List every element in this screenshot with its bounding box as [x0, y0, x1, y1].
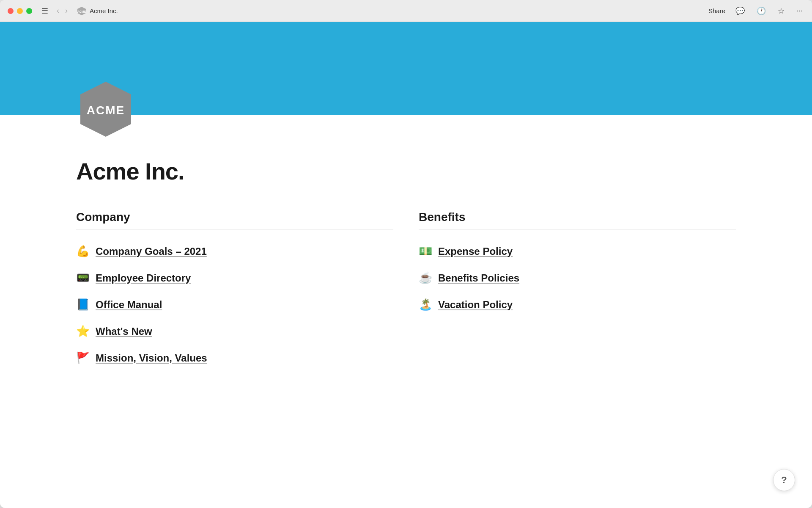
close-button[interactable] — [8, 8, 14, 14]
list-item[interactable]: 📘 Office Manual — [76, 291, 393, 318]
page-title: Acme Inc. — [76, 157, 736, 185]
main-content: Acme Inc. Company 💪 Company Goals – 2021… — [0, 115, 812, 405]
company-divider — [76, 229, 393, 229]
page-content: ACME Acme Inc. Company 💪 Company Goals –… — [0, 22, 812, 405]
comment-icon[interactable]: 💬 — [734, 6, 746, 17]
nav-arrows: ‹ › — [55, 6, 69, 16]
benefits-list: 💵 Expense Policy ☕ Benefits Policies 🏝️ … — [419, 238, 736, 318]
mission-vision-link[interactable]: Mission, Vision, Values — [96, 352, 207, 364]
minimize-button[interactable] — [17, 8, 23, 14]
benefits-heading: Benefits — [419, 210, 736, 224]
company-goals-icon: 💪 — [76, 245, 90, 258]
benefits-policies-link[interactable]: Benefits Policies — [438, 272, 519, 284]
titlebar-title: Acme Inc. — [90, 7, 118, 14]
whats-new-icon: ⭐ — [76, 325, 90, 338]
titlebar-logo-icon: ACME — [77, 6, 86, 16]
acme-logo: ACME — [76, 80, 135, 139]
section-benefits: Benefits 💵 Expense Policy ☕ Benefits Pol… — [419, 210, 736, 371]
office-manual-icon: 📘 — [76, 298, 90, 311]
section-company: Company 💪 Company Goals – 2021 📟 Employe… — [76, 210, 393, 371]
hamburger-icon[interactable]: ☰ — [41, 6, 48, 16]
list-item[interactable]: ⭐ What's New — [76, 318, 393, 345]
company-heading: Company — [76, 210, 393, 224]
vacation-policy-icon: 🏝️ — [419, 298, 432, 311]
star-icon[interactable]: ☆ — [776, 6, 786, 17]
vacation-policy-link[interactable]: Vacation Policy — [438, 299, 513, 311]
traffic-lights — [8, 8, 32, 14]
svg-text:ACME: ACME — [77, 10, 86, 13]
hero-banner: ACME — [0, 22, 812, 115]
list-item[interactable]: ☕ Benefits Policies — [419, 265, 736, 291]
maximize-button[interactable] — [26, 8, 32, 14]
list-item[interactable]: 💵 Expense Policy — [419, 238, 736, 265]
titlebar-right: Share 💬 🕐 ☆ ··· — [708, 6, 804, 17]
benefits-policies-icon: ☕ — [419, 271, 432, 284]
list-item[interactable]: 💪 Company Goals – 2021 — [76, 238, 393, 265]
back-button[interactable]: ‹ — [55, 6, 61, 16]
mission-vision-icon: 🚩 — [76, 351, 90, 364]
expense-policy-icon: 💵 — [419, 245, 432, 258]
benefits-divider — [419, 229, 736, 229]
list-item[interactable]: 🚩 Mission, Vision, Values — [76, 345, 393, 371]
office-manual-link[interactable]: Office Manual — [96, 299, 162, 311]
titlebar: ☰ ‹ › ACME Acme Inc. Share 💬 🕐 ☆ ··· — [0, 0, 812, 22]
share-button[interactable]: Share — [708, 7, 725, 14]
employee-directory-icon: 📟 — [76, 271, 90, 284]
company-list: 💪 Company Goals – 2021 📟 Employee Direct… — [76, 238, 393, 371]
whats-new-link[interactable]: What's New — [96, 326, 152, 337]
sections-grid: Company 💪 Company Goals – 2021 📟 Employe… — [76, 210, 736, 371]
list-item[interactable]: 📟 Employee Directory — [76, 265, 393, 291]
forward-button[interactable]: › — [63, 6, 69, 16]
hero-logo-container: ACME — [76, 80, 135, 141]
history-icon[interactable]: 🕐 — [755, 6, 768, 17]
app-window: ☰ ‹ › ACME Acme Inc. Share 💬 🕐 ☆ ··· — [0, 0, 812, 508]
expense-policy-link[interactable]: Expense Policy — [438, 246, 513, 257]
titlebar-logo: ACME Acme Inc. — [77, 6, 118, 16]
company-goals-link[interactable]: Company Goals – 2021 — [96, 246, 207, 257]
list-item[interactable]: 🏝️ Vacation Policy — [419, 291, 736, 318]
employee-directory-link[interactable]: Employee Directory — [96, 272, 191, 284]
help-button[interactable]: ? — [773, 469, 795, 491]
svg-text:ACME: ACME — [87, 104, 125, 117]
more-icon[interactable]: ··· — [795, 6, 804, 16]
